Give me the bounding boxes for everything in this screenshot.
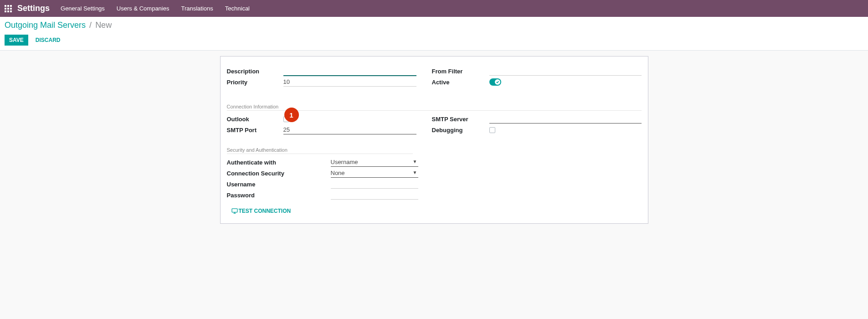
nav-users-companies[interactable]: Users & Companies [117,5,169,12]
breadcrumb-separator: / [89,21,92,30]
label-password: Password [227,192,331,199]
nav-general-settings[interactable]: General Settings [61,5,105,12]
svg-rect-7 [7,10,9,12]
label-from-filter: From Filter [432,67,489,76]
auth-with-select[interactable] [331,158,418,167]
label-auth-with: Authenticate with [227,159,331,166]
svg-rect-1 [7,5,9,7]
test-connection-button[interactable]: Test Connection [231,208,291,214]
nav-technical[interactable]: Technical [225,5,250,12]
password-input[interactable] [331,190,418,200]
form-sheet: Description Priority From Filter [220,56,648,224]
svg-rect-2 [10,5,12,7]
svg-rect-3 [5,8,6,10]
username-input[interactable] [331,180,418,189]
debugging-checkbox[interactable] [489,127,495,133]
app-title: Settings [17,4,50,13]
label-description: Description [227,67,283,76]
active-toggle[interactable] [489,78,501,86]
svg-rect-5 [10,8,12,10]
conn-security-select[interactable] [331,169,418,178]
check-icon [495,79,500,85]
monitor-icon [231,208,238,214]
label-active: Active [432,78,489,87]
from-filter-input[interactable] [489,67,642,76]
label-smtp-server: SMTP Server [432,115,489,123]
smtp-server-input[interactable] [489,114,642,123]
label-priority: Priority [227,78,283,87]
label-debugging: Debugging [432,126,489,134]
label-outlook: Outlook [227,115,283,123]
breadcrumb-current: New [95,21,112,30]
label-smtp-port: SMTP Port [227,126,283,134]
svg-rect-4 [7,8,9,10]
description-input[interactable] [283,67,416,76]
section-connection-info: Connection Information [227,104,642,111]
label-conn-security: Connection Security [227,170,331,177]
breadcrumb: Outgoing Mail Servers / New [5,21,863,30]
save-button[interactable]: Save [5,35,28,46]
svg-rect-0 [5,5,6,7]
svg-rect-6 [5,10,6,12]
section-security-auth: Security and Authentication [227,147,413,154]
svg-rect-9 [232,209,237,212]
outlook-checkbox[interactable] [283,116,289,122]
smtp-port-input[interactable] [283,125,416,134]
discard-button[interactable]: Discard [34,35,62,46]
priority-input[interactable] [283,77,416,87]
breadcrumb-link[interactable]: Outgoing Mail Servers [5,21,86,30]
apps-icon[interactable] [5,5,12,12]
test-connection-label: Test Connection [239,208,291,214]
nav-translations[interactable]: Translations [181,5,213,12]
label-username: Username [227,181,331,188]
svg-rect-8 [10,10,12,12]
